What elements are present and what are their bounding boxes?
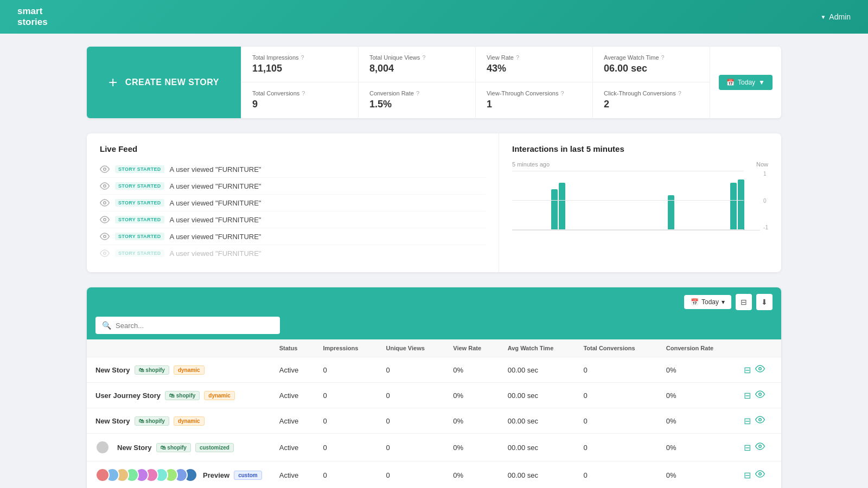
story-edit-icon[interactable]: ⊟ — [744, 470, 751, 480]
story-actions: ⊟ — [735, 434, 781, 461]
story-edit-icon[interactable]: ⊟ — [744, 416, 751, 426]
story-view-icon[interactable] — [755, 415, 765, 427]
stat-value: 9 — [252, 99, 347, 110]
stat-label: View-Through Conversions ? — [487, 90, 582, 97]
stat-value: 06.00 sec — [604, 63, 699, 74]
filter-button[interactable]: ⊟ — [736, 294, 752, 310]
feed-text: A user viewed "FURNITURE" — [170, 216, 261, 224]
y-label-top: 1 — [763, 171, 768, 177]
table-today-button[interactable]: 📅 Today ▾ — [684, 295, 731, 309]
stat-conversion-rate: Conversion Rate ? 1.5% — [358, 82, 475, 118]
help-icon[interactable]: ? — [422, 54, 425, 61]
svg-point-10 — [759, 473, 762, 476]
story-edit-icon[interactable]: ⊟ — [744, 390, 751, 401]
svg-point-2 — [104, 202, 106, 204]
story-edit-icon[interactable]: ⊟ — [744, 365, 751, 375]
col-unique-views: Unique Views — [378, 339, 445, 357]
chart-title: Interactions in last 5 minutes — [512, 144, 768, 153]
story-view-icon[interactable] — [755, 469, 765, 481]
chart-y-axis: 1 0 -1 — [760, 171, 768, 230]
story-impressions: 0 — [314, 461, 377, 489]
stat-total-unique-views: Total Unique Views ? 8,004 — [358, 47, 475, 82]
svg-point-6 — [759, 368, 762, 370]
stat-value: 1.5% — [369, 99, 464, 110]
stat-label: View Rate ? — [487, 54, 582, 61]
feed-item: STORY STARTED A user viewed "FURNITURE" — [100, 228, 486, 245]
story-name: Preview — [203, 471, 229, 479]
calendar-icon: 📅 — [726, 79, 735, 86]
admin-label: Admin — [829, 12, 851, 21]
table-section: 📅 Today ▾ ⊟ ⬇ 🔍 Status Impressio — [87, 287, 781, 488]
today-filter-button[interactable]: 📅 Today ▼ — [719, 75, 773, 90]
story-actions: ⊟ — [735, 461, 781, 489]
table-header: Status Impressions Unique Views View Rat… — [87, 339, 781, 357]
story-total-conversions: 0 — [575, 408, 657, 434]
table-row: User Journey Story 🛍 shopify dynamic Act… — [87, 383, 781, 408]
story-unique-views: 0 — [378, 434, 445, 461]
story-view-rate: 0% — [444, 383, 499, 408]
search-input[interactable] — [116, 322, 273, 330]
feed-badge: STORY STARTED — [115, 199, 164, 207]
filter-icon: ⊟ — [741, 298, 747, 306]
grid-line-bottom — [512, 229, 744, 230]
live-section: Live Feed STORY STARTED A user viewed "F… — [87, 133, 781, 272]
feed-items: STORY STARTED A user viewed "FURNITURE" … — [100, 161, 486, 261]
plus-icon: + — [108, 74, 118, 91]
search-icon: 🔍 — [102, 321, 111, 330]
story-avg-watch-time: 00.00 sec — [499, 461, 575, 489]
svg-point-8 — [759, 419, 762, 421]
live-feed-panel: Live Feed STORY STARTED A user viewed "F… — [87, 133, 499, 272]
story-status: Active — [271, 461, 315, 489]
stories-table: Status Impressions Unique Views View Rat… — [87, 339, 781, 488]
story-tag: customized — [195, 443, 234, 452]
help-icon[interactable]: ? — [560, 90, 564, 97]
story-edit-icon[interactable]: ⊟ — [744, 442, 751, 453]
story-tag: 🛍 shopify — [165, 391, 200, 400]
svg-point-7 — [759, 393, 762, 396]
help-icon[interactable]: ? — [301, 54, 304, 61]
story-name-cell: User Journey Story 🛍 shopify dynamic — [87, 383, 271, 408]
feed-item: STORY STARTED A user viewed "FURNITURE" — [100, 161, 486, 178]
help-icon[interactable]: ? — [416, 90, 419, 97]
story-conversion-rate: 0% — [658, 408, 735, 434]
help-icon[interactable]: ? — [516, 54, 519, 61]
stats-bar: + CREATE NEW STORY Total Impressions ? 1… — [87, 47, 781, 118]
admin-menu[interactable]: ▼ Admin — [820, 12, 851, 21]
stat-label: Conversion Rate ? — [369, 90, 464, 97]
avatar — [95, 440, 110, 454]
help-icon[interactable]: ? — [661, 54, 665, 61]
help-icon[interactable]: ? — [302, 90, 305, 97]
chart-start-label: 5 minutes ago — [512, 161, 550, 168]
story-avg-watch-time: 00.00 sec — [499, 408, 575, 434]
feed-item: STORY STARTED A user viewed "FURNITURE" — [100, 195, 486, 211]
story-unique-views: 0 — [378, 383, 445, 408]
chart-panel: Interactions in last 5 minutes 5 minutes… — [499, 133, 781, 272]
help-icon[interactable]: ? — [678, 90, 681, 97]
story-view-icon[interactable] — [755, 389, 765, 401]
stat-view-through-conversions: View-Through Conversions ? 1 — [475, 82, 592, 118]
col-impressions: Impressions — [314, 339, 377, 357]
story-name: New Story — [95, 366, 130, 374]
feed-text: A user viewed "FURNITURE" — [170, 182, 261, 190]
col-name — [87, 339, 271, 357]
download-button[interactable]: ⬇ — [756, 294, 773, 310]
story-name-cell: New Story 🛍 shopify dynamic — [87, 357, 271, 383]
story-view-icon[interactable] — [755, 441, 765, 453]
story-view-icon[interactable] — [755, 364, 765, 376]
calendar-icon: 📅 — [691, 298, 699, 306]
feed-badge: STORY STARTED — [115, 249, 164, 257]
feed-badge: STORY STARTED — [115, 165, 164, 173]
chart-bar — [559, 183, 565, 230]
table-body: New Story 🛍 shopify dynamic Active 0 0 0… — [87, 357, 781, 489]
story-view-rate: 0% — [444, 408, 499, 434]
col-avg-watch-time: Avg Watch Time — [499, 339, 575, 357]
create-new-story-button[interactable]: + CREATE NEW STORY — [87, 47, 241, 118]
chart-bars — [512, 171, 760, 230]
stat-label: Total Impressions ? — [252, 54, 347, 61]
stat-view-rate: View Rate ? 43% — [475, 47, 592, 82]
feed-badge: STORY STARTED — [115, 182, 164, 190]
stat-value: 11,105 — [252, 63, 347, 74]
dropdown-arrow-icon: ▼ — [758, 79, 765, 86]
chart-bar — [668, 195, 674, 230]
svg-point-9 — [759, 445, 762, 448]
